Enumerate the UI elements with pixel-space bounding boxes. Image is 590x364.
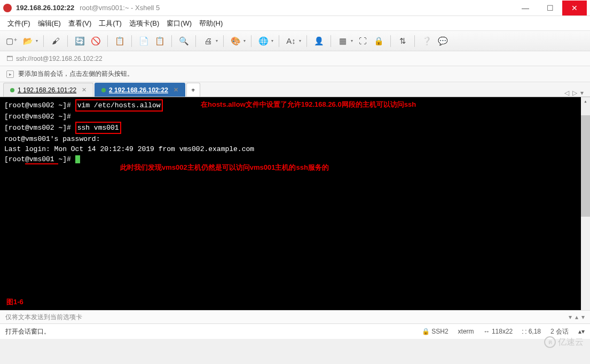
tab-next-icon[interactable]: ▷ (572, 89, 577, 97)
minimize-button[interactable]: — (513, 1, 538, 15)
globe-icon[interactable]: 🌐 (257, 35, 270, 48)
bookmark-icon[interactable]: ▸ (6, 70, 14, 78)
menu-edit[interactable]: 编辑(E) (38, 19, 61, 28)
status-dot-icon (10, 88, 14, 92)
sessions-dropdown-icon[interactable]: ▴▾ (578, 328, 585, 335)
separator (223, 35, 224, 47)
tab-menu-icon[interactable]: ▾ (580, 89, 584, 97)
menu-bar: 文件(F) 编辑(E) 查看(V) 工具(T) 选项卡(B) 窗口(W) 帮助(… (0, 16, 590, 31)
title-bar: 192.168.26.102:22 root@vms001:~ - Xshell… (0, 0, 590, 16)
font-dropdown-icon[interactable]: ▾ (299, 38, 301, 43)
lock-icon[interactable]: 🔒 (372, 35, 385, 48)
session-tab-2[interactable]: 2 192.168.26.102:22 ✕ (95, 83, 185, 97)
print-icon[interactable]: 🖨 (201, 35, 214, 48)
find-icon[interactable]: 🔍 (177, 35, 190, 48)
paste-icon[interactable]: 📋 (153, 35, 166, 48)
address-text: ssh://root@192.168.26.102:22 (16, 55, 103, 62)
color-dropdown-icon[interactable]: ▾ (243, 38, 246, 43)
lock-icon: 🔒 (422, 328, 430, 335)
print-dropdown-icon[interactable]: ▾ (216, 38, 218, 43)
disconnect-icon[interactable]: 🚫 (89, 35, 102, 48)
status-cursor: 6,18 (529, 328, 541, 335)
status-bar: 打开会话窗口。 🔒 SSH2 xterm ↔ 118x22 ⸬ 6,18 2 会… (0, 324, 590, 339)
separator (107, 35, 108, 47)
open-dropdown-icon[interactable]: ▾ (36, 38, 38, 43)
brush-icon[interactable]: 🖌 (49, 35, 62, 48)
user-icon[interactable]: 👤 (312, 35, 325, 48)
prompt: [root@vms002 ~]# (4, 101, 75, 109)
window-controls: — ☐ ✕ (513, 1, 587, 15)
figure-label: 图1-6 (6, 297, 23, 307)
separator (171, 35, 172, 47)
font-icon[interactable]: A↕ (285, 35, 297, 48)
status-message: 打开会话窗口。 (5, 327, 422, 336)
menu-view[interactable]: 查看(V) (68, 19, 91, 28)
prompt-part: ~]# (58, 155, 75, 163)
menu-window[interactable]: 窗口(W) (167, 19, 192, 28)
status-term: xterm (458, 328, 474, 335)
menu-tabs[interactable]: 选项卡(B) (129, 19, 159, 28)
highlighted-host: @vms001 (25, 155, 58, 164)
properties-icon[interactable]: 📋 (113, 35, 126, 48)
fullscreen-icon[interactable]: ⛶ (356, 35, 369, 48)
copy-icon[interactable]: 📄 (137, 35, 150, 48)
address-bar[interactable]: 🗔 ssh://root@192.168.26.102:22 (0, 51, 590, 66)
send-hint: 仅将文本发送到当前选项卡 (5, 313, 82, 322)
chat-icon[interactable]: 💬 (436, 35, 449, 48)
window-title-host: 192.168.26.102:22 (16, 4, 74, 12)
reconnect-icon[interactable]: 🔄 (73, 35, 86, 48)
new-session-icon[interactable]: ▢⁺ (5, 35, 18, 48)
tab-title: 1 192.168.26.101:22 (18, 86, 76, 94)
separator (279, 35, 279, 47)
session-tab-1[interactable]: 1 192.168.26.101:22 ✕ (3, 83, 93, 97)
scroll-up-icon[interactable]: ▴ (575, 313, 578, 321)
transfer-icon[interactable]: ⇅ (396, 35, 409, 48)
terminal-output: Last login: Mon Oct 14 20:12:49 2019 fro… (4, 145, 254, 153)
separator (131, 35, 132, 47)
maximize-button[interactable]: ☐ (538, 1, 562, 15)
menu-help[interactable]: 帮助(H) (199, 19, 223, 28)
window-title-rest: root@vms001:~ - Xshell 5 (80, 4, 160, 12)
tab-bar: 1 192.168.26.101:22 ✕ 2 192.168.26.102:2… (0, 82, 590, 97)
help-icon[interactable]: ❔ (420, 35, 433, 48)
separator (43, 35, 44, 47)
tab-close-icon[interactable]: ✕ (82, 86, 86, 93)
color-icon[interactable]: 🎨 (229, 35, 242, 48)
separator (67, 35, 68, 47)
toolbar: ▢⁺ 📂▾ 🖌 🔄 🚫 📋 📄 📋 🔍 🖨▾ 🎨▾ 🌐▾ A↕▾ 👤 ▦▾ ⛶ … (0, 31, 590, 51)
scrollbar-thumb[interactable] (581, 115, 590, 217)
highlighted-command: vim /etc/hosts.allow (75, 99, 163, 112)
menu-file[interactable]: 文件(F) (7, 19, 30, 28)
terminal[interactable]: [root@vms002 ~]# vim /etc/hosts.allow 在h… (0, 97, 590, 310)
separator (331, 35, 331, 47)
tab-title: 2 192.168.26.102:22 (109, 86, 168, 94)
annotation-1: 在hosts.allow文件中设置了允许192.168.26.0网段的主机可以访… (201, 99, 416, 109)
layout-dropdown-icon[interactable]: ▾ (351, 38, 353, 43)
globe-dropdown-icon[interactable]: ▾ (271, 38, 273, 43)
open-icon[interactable]: 📂 (21, 35, 34, 48)
watermark: ฅ 亿速云 (544, 336, 584, 348)
status-dot-icon (101, 88, 106, 92)
url-icon: 🗔 (6, 55, 13, 62)
scroll-up-icon[interactable]: ▴ (581, 97, 590, 106)
menu-tools[interactable]: 工具(T) (99, 19, 122, 28)
close-button[interactable]: ✕ (562, 1, 587, 15)
status-sessions: 2 会话 (550, 327, 569, 336)
info-bar: ▸ 要添加当前会话，点击左侧的箭头按钮。 (0, 66, 590, 82)
status-size: 118x22 (492, 328, 513, 335)
annotation-2: 此时我们发现vms002主机仍然是可以访问vms001主机的ssh服务的 (120, 162, 329, 172)
layout-icon[interactable]: ▦ (336, 35, 349, 48)
separator (306, 35, 307, 47)
vertical-scrollbar[interactable]: ▴ (581, 97, 590, 310)
tab-prev-icon[interactable]: ◁ (564, 89, 569, 97)
cursor (75, 155, 80, 163)
terminal-output: root@vms001's password: (4, 135, 100, 143)
add-tab-button[interactable]: + (186, 83, 200, 97)
send-dropdown-icon[interactable]: ▾ (569, 313, 572, 321)
scroll-down-icon[interactable]: ▾ (581, 313, 585, 321)
tab-close-icon[interactable]: ✕ (174, 86, 178, 93)
tab-nav: ◁ ▷ ▾ (564, 89, 587, 97)
watermark-text: 亿速云 (558, 337, 584, 348)
status-protocol: SSH2 (431, 328, 448, 335)
send-bar[interactable]: 仅将文本发送到当前选项卡 ▾ ▴ ▾ (0, 310, 590, 324)
